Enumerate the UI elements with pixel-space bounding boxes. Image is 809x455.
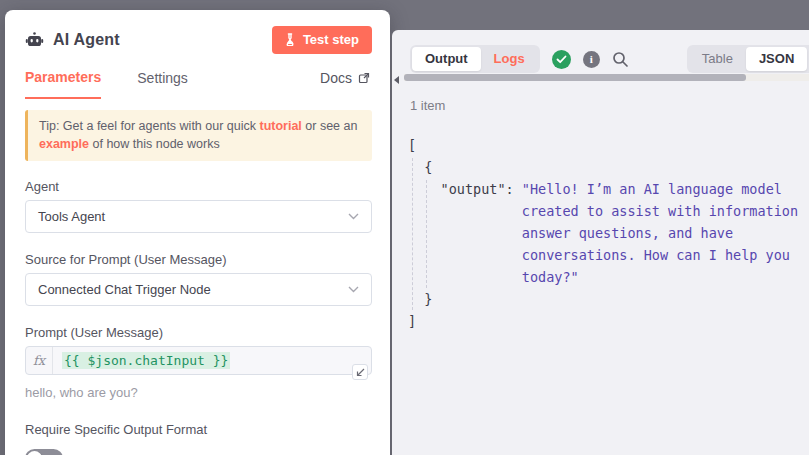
tab-json[interactable]: JSON xyxy=(746,47,807,71)
expression-value[interactable]: {{ $json.chatInput }} xyxy=(62,352,230,369)
horizontal-scrollbar-thumb[interactable] xyxy=(404,74,746,81)
test-step-button[interactable]: Test step xyxy=(272,26,372,54)
toggle-knob xyxy=(27,451,42,455)
external-link-icon xyxy=(358,72,370,84)
tab-settings[interactable]: Settings xyxy=(137,70,188,98)
tab-table[interactable]: Table xyxy=(689,47,746,71)
success-check-icon xyxy=(552,50,571,69)
scrollbar-left-arrow[interactable] xyxy=(394,76,399,84)
output-panel: Output Logs i Table JSON Schema 1 item xyxy=(392,30,809,455)
source-prompt-label: Source for Prompt (User Message) xyxy=(25,252,372,267)
output-header: Output Logs i Table JSON Schema xyxy=(392,30,809,73)
fx-badge: fx xyxy=(26,347,53,374)
example-link[interactable]: example xyxy=(39,137,89,151)
json-code: [ { "output": "Hello! I’m an AI language… xyxy=(408,134,798,332)
horizontal-scrollbar-track[interactable] xyxy=(404,74,809,81)
agent-label: Agent xyxy=(25,179,372,194)
tab-logs[interactable]: Logs xyxy=(481,47,538,71)
node-tabs: Parameters Settings Docs xyxy=(5,62,390,96)
tab-parameters[interactable]: Parameters xyxy=(25,69,101,99)
items-count: 1 item xyxy=(410,98,445,113)
docs-link[interactable]: Docs xyxy=(320,70,370,98)
node-title: AI Agent xyxy=(53,31,120,49)
chevron-down-icon xyxy=(348,213,359,220)
robot-icon xyxy=(25,31,44,50)
node-header: AI Agent Test step xyxy=(5,10,390,62)
search-icon[interactable] xyxy=(612,51,629,68)
chevron-down-icon xyxy=(348,286,359,293)
prompt-label: Prompt (User Message) xyxy=(25,325,372,340)
output-logs-switcher: Output Logs xyxy=(410,45,540,73)
tab-output[interactable]: Output xyxy=(412,47,481,71)
expand-expression-button[interactable] xyxy=(352,364,368,380)
output-format-toggle[interactable] xyxy=(25,449,63,455)
output-format-label: Require Specific Output Format xyxy=(25,422,372,437)
expression-preview: hello, who are you? xyxy=(25,385,372,400)
node-settings-panel: AI Agent Test step Parameters Settings D… xyxy=(5,10,390,455)
prompt-expression-input[interactable]: fx {{ $json.chatInput }} xyxy=(25,346,372,375)
view-mode-switcher: Table JSON Schema xyxy=(687,45,809,73)
tip-callout: Tip: Get a feel for agents with our quic… xyxy=(25,110,372,161)
agent-select[interactable]: Tools Agent xyxy=(25,200,372,233)
tutorial-link[interactable]: tutorial xyxy=(259,119,301,133)
source-prompt-select[interactable]: Connected Chat Trigger Node xyxy=(25,273,372,306)
info-icon[interactable]: i xyxy=(583,51,600,68)
flask-icon xyxy=(284,33,296,46)
